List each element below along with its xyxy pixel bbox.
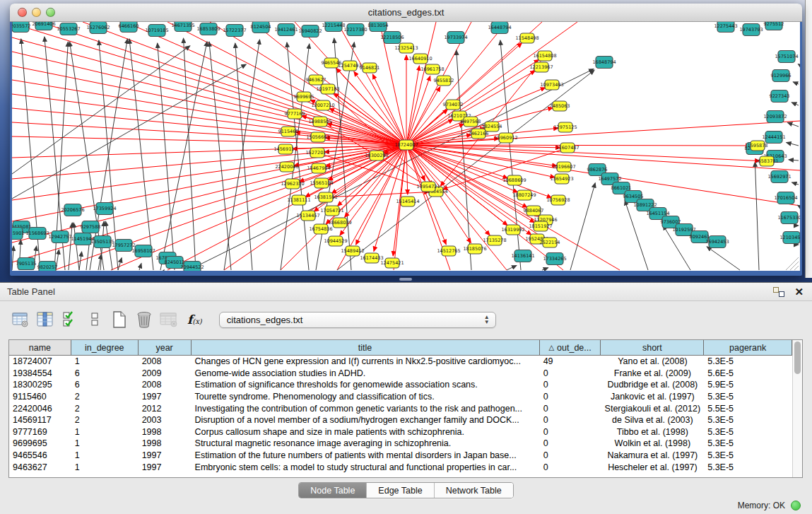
graph-node[interactable]: 16319992 [501,225,524,235]
graph-node[interactable]: 12975125 [553,122,577,132]
graph-node[interactable]: 16154808 [533,51,556,61]
graph-node[interactable]: 2035572 [12,22,30,33]
graph-node[interactable]: 16640910 [408,54,432,64]
graph-node[interactable]: 16381591 [314,192,337,202]
column-header-pagerank[interactable]: pagerank [704,340,792,355]
graph-node[interactable]: 17334265 [543,253,566,265]
graph-node[interactable]: 22420046 [275,162,298,172]
graph-node[interactable]: 8124504 [251,22,271,33]
tab-node-table[interactable]: Node Table [299,483,367,498]
graph-node[interactable]: 18185076 [463,244,486,254]
graph-node[interactable]: 16961758 [420,64,444,74]
memory-status-indicator[interactable] [791,501,801,510]
graph-node[interactable]: 18807249 [512,190,536,200]
graph-node[interactable]: 15751074 [775,51,798,63]
graph-node[interactable]: 20206576 [61,204,84,216]
graph-node[interactable]: 19733974 [444,32,467,44]
graph-node[interactable]: 12103453 [779,232,800,244]
graph-node[interactable]: 2522154 [540,238,560,247]
float-panel-button[interactable] [773,287,784,297]
table-row[interactable]: 1872400712008Changes of HCN gene express… [9,356,792,368]
graph-node[interactable]: 11675330 [777,212,800,224]
graph-node[interactable]: 17016504 [774,192,797,204]
column-header-name[interactable]: name [9,340,71,355]
graph-node[interactable]: 20691406 [32,22,55,30]
graph-node[interactable]: 16958107 [131,245,155,257]
graph-node[interactable]: 17359924 [93,203,116,215]
graph-node[interactable]: 8813054 [368,22,389,32]
graph-node[interactable]: 10553267 [57,23,80,35]
graph-node[interactable]: 9455812 [434,76,454,86]
column-header-title[interactable]: title [192,340,540,355]
graph-node[interactable]: 16448794 [488,22,511,34]
resize-grip-icon[interactable] [794,266,799,270]
graph-node[interactable]: 15692971 [767,171,791,183]
column-header-in_degree[interactable]: in_degree [71,340,139,355]
graph-node[interactable]: 12093872 [763,111,787,123]
table-row[interactable]: 969969511998Structural magnetic resonanc… [9,438,792,450]
graph-node[interactable]: 11548498 [515,33,539,43]
graph-node[interactable]: 6466160 [119,22,139,33]
graph-node[interactable]: 9275512 [764,22,784,30]
graph-node[interactable]: 16583781 [755,156,778,166]
table-select-dropdown[interactable]: citations_edges.txt ▲▼ [219,312,496,328]
table-settings-button[interactable] [10,309,31,330]
graph-node[interactable]: 16853809 [196,23,220,35]
graph-node[interactable]: 18151927 [529,221,552,231]
delete-table-button[interactable] [158,309,180,330]
table-row[interactable]: 946362711997Embryonic stem cells: a mode… [9,461,792,473]
table-vertical-scrollbar[interactable] [792,340,802,477]
graph-node[interactable]: 9115460 [278,127,299,136]
graph-node[interactable]: 10756928 [546,195,570,205]
graph-node[interactable]: 9777169 [285,109,305,119]
graph-node[interactable]: 14671355 [171,22,194,32]
graph-node[interactable]: 9884067 [524,206,544,216]
graph-node[interactable]: 14136141 [511,250,534,262]
graph-node[interactable]: 16848794 [592,57,616,69]
graph-node[interactable]: 15145414 [396,197,419,206]
graph-node[interactable]: 14988505 [308,117,331,127]
graph-node[interactable]: 12217380 [343,24,367,36]
graph-node[interactable]: 17135278 [483,235,506,245]
graph-node[interactable]: 12007210 [311,100,334,110]
graph-node[interactable]: 11568693 [25,228,49,240]
table-row[interactable]: 911546021997Tourette syndrome. Phenomeno… [9,391,792,403]
graph-node[interactable]: 9129966 [771,70,792,82]
close-panel-button[interactable]: ✕ [794,287,804,297]
graph-node[interactable]: 9463627 [306,75,326,85]
graph-node[interactable]: 15960912 [494,133,517,143]
table-row[interactable]: 1938455462009Genome-wide association stu… [9,368,792,380]
graph-node[interactable]: 13654923 [550,174,573,184]
graph-node[interactable]: 3824554 [482,122,502,132]
new-document-button[interactable] [109,309,130,330]
graph-node[interactable]: 9465546 [322,58,342,68]
tab-network-table[interactable]: Network Table [435,483,513,498]
graph-node[interactable]: 12275443 [714,22,737,33]
graph-node[interactable]: 3915901 [12,228,24,240]
graph-node[interactable]: 16754836 [309,224,332,234]
network-view-window[interactable]: citations_edges.txt 18724007183002951938… [10,4,802,276]
graph-node[interactable]: 19743793 [739,24,763,36]
graph-node[interactable]: 14569117 [273,144,297,154]
graph-node[interactable]: 13505135 [90,236,114,248]
graph-node[interactable]: 9146821 [360,63,380,73]
graph-node[interactable]: 14512765 [437,246,460,256]
table-row[interactable]: 1830029562008Estimation of significance … [9,379,792,391]
select-rows-button[interactable] [59,309,81,330]
column-header-out_de[interactable]: △out_de... [540,340,601,355]
graph-node[interactable]: 10197183 [316,84,339,94]
column-settings-button[interactable] [35,309,56,330]
graph-node[interactable]: 12942757 [48,231,71,243]
graph-node[interactable]: 11381111 [287,195,310,205]
graph-node[interactable]: 12218506 [380,32,404,44]
graph-node[interactable]: 15134457 [296,211,319,221]
graph-node[interactable]: 6497568 [461,117,481,127]
graph-node[interactable]: 10944529 [324,236,347,246]
graph-node[interactable]: 10688609 [502,175,526,185]
graph-node[interactable]: 1595878 [748,141,768,151]
scrollbar-thumb[interactable] [794,341,801,374]
resize-grip-icon[interactable] [790,262,799,270]
graph-node[interactable]: 15489412 [341,246,364,256]
network-canvas[interactable]: 1872400718300295193845542035572206914061… [12,22,800,271]
merge-cells-button[interactable] [84,309,105,330]
